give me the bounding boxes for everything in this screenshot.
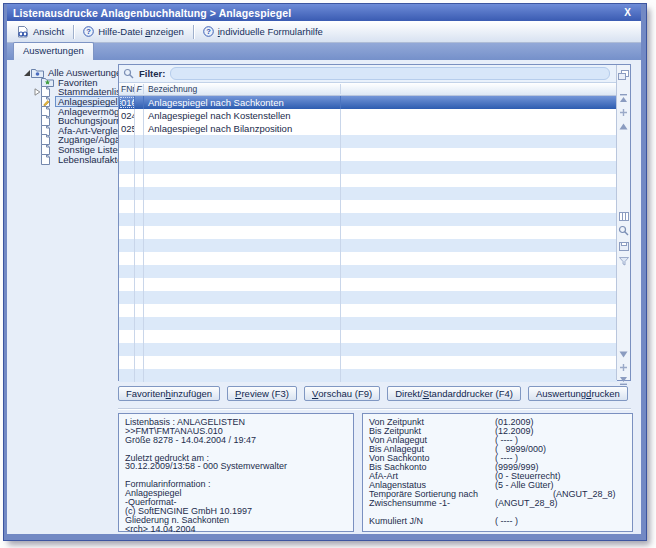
empty-row[interactable] [119,330,617,343]
empty-row[interactable] [119,278,617,291]
empty-row[interactable] [119,239,617,252]
empty-row[interactable] [119,317,617,330]
column-chooser-icon[interactable] [618,69,629,80]
cell-fnr [119,356,135,369]
cell-fnr [119,265,135,278]
cell-bezeichnung [144,213,341,226]
toolbar-button-hilfe-datei-anzeigen[interactable]: ?Hilfe-Datei anzeigen [77,24,190,39]
plus-icon[interactable] [618,362,629,373]
cell-fnr [119,304,135,317]
empty-row[interactable] [119,291,617,304]
empty-row[interactable] [119,187,617,200]
cell-bezeichnung [144,252,341,265]
cell-fnr [119,369,135,382]
toolbar-button-individuelle-formularhilfe[interactable]: ?individuelle Formularhilfe [197,24,329,39]
cell-f [135,174,144,187]
empty-row[interactable] [119,135,617,148]
folder-settings-icon [31,68,44,78]
expander-closed-icon[interactable] [33,88,41,96]
cell-f [135,135,144,148]
cell-bezeichnung: Anlagespiegel nach Bilanzposition [144,122,341,135]
column-header-f[interactable]: F [135,84,144,94]
toolbar-button-ansicht[interactable]: Ansicht [11,24,70,40]
empty-row[interactable] [119,304,617,317]
table-row[interactable]: 025Anlagespiegel nach Bilanzposition [119,122,617,135]
empty-row[interactable] [119,148,617,161]
cell-fnr [119,161,135,174]
column-header-bezeichnung[interactable]: Bezeichnung [144,84,341,94]
empty-row[interactable] [119,265,617,278]
parameter-value: ( ---- ) [495,517,518,526]
cell-f [135,291,144,304]
auswertung-drucken-button[interactable]: Auswertung drucken [528,386,628,401]
plus-icon[interactable] [618,107,629,118]
empty-row[interactable] [119,161,617,174]
empty-row[interactable] [119,369,617,382]
toolbar: Ansicht?Hilfe-Datei anzeigen?individuell… [7,21,641,43]
empty-row[interactable] [119,226,617,239]
help-icon: ? [83,26,94,37]
table-row[interactable]: 010Anlagespiegel nach Sachkonten [119,96,617,109]
parameters-panel: Von Zeitpunkt(01.2009)Bis Zeitpunkt(12.2… [362,413,633,532]
toolbar-button-label: Ansicht [33,26,64,37]
cell-f [135,252,144,265]
column-header-fnr[interactable]: FNr [119,84,135,94]
empty-row[interactable] [119,356,617,369]
empty-row[interactable] [119,200,617,213]
filter-row: Filter: [119,65,617,83]
preview-f3--button[interactable]: Preview (F3) [227,386,297,401]
cell-f [135,213,144,226]
magnifier-icon[interactable] [618,225,629,236]
scroll-bottom-icon[interactable] [618,375,629,386]
tree-item-label: Lebenslaufakte [55,154,125,165]
cell-f [135,278,144,291]
grid-side-strip [616,65,630,380]
cell-fnr: 024 [119,109,135,122]
empty-row[interactable] [119,213,617,226]
parameter-label: Zwischensumme -1- [369,498,450,508]
empty-row[interactable] [119,343,617,356]
table-row[interactable]: 024Anlagespiegel nach Kostenstellen [119,109,617,122]
filter-funnel-icon[interactable] [618,256,629,267]
info-line: Größe 8278 - 14.04.2004 / 19:47 [125,436,347,445]
toolbar-button-label: Hilfe-Datei anzeigen [98,26,184,37]
cell-fnr [119,239,135,252]
cell-f [135,330,144,343]
tab-auswertungen[interactable]: Auswertungen [13,42,94,60]
cell-fnr [119,187,135,200]
cell-bezeichnung [144,161,341,174]
empty-row[interactable] [119,174,617,187]
expander-open-icon[interactable] [23,69,31,77]
divider [118,408,631,410]
svg-text:?: ? [86,27,91,36]
vorschau-f9--button[interactable]: Vorschau (F9) [304,386,380,401]
cell-fnr [119,135,135,148]
parameter-label: Kumuliert J/N [369,516,423,526]
parameter-value: (ANGUT_28_8) [495,499,558,508]
report-grid: Filter: FNr F Bezeichnung 010Anlagespieg… [118,64,631,381]
cell-f [135,317,144,330]
cell-fnr [119,226,135,239]
columns-view-icon[interactable] [618,211,629,222]
cell-bezeichnung [144,317,341,330]
title-bar: Listenausdrucke Anlagenbuchhaltung > Anl… [7,4,641,21]
scroll-down-icon[interactable] [618,349,629,360]
direkt-standarddrucker-f4--button[interactable]: Direkt/Standarddrucker (F4) [387,386,521,401]
cell-f [135,200,144,213]
toolbar-separator [193,25,194,39]
action-button-row: Favoriten hinzufügenPreview (F3)Vorschau… [118,386,628,401]
cell-bezeichnung [144,239,341,252]
window-title: Listenausdrucke Anlagenbuchhaltung > Anl… [13,7,291,19]
favoriten-hinzuf-gen-button[interactable]: Favoriten hinzufügen [118,386,220,401]
magnifier-icon [123,68,134,79]
close-button[interactable]: X [620,7,635,18]
cell-fnr [119,330,135,343]
cell-bezeichnung [144,148,341,161]
save-icon[interactable] [618,241,629,252]
filter-input[interactable] [170,67,610,80]
empty-row[interactable] [119,252,617,265]
cell-f [135,369,144,382]
tree-item-lebenslaufakte[interactable]: Lebenslaufakte [33,154,121,164]
scroll-up-icon[interactable] [618,121,629,132]
scroll-top-icon[interactable] [618,93,629,104]
